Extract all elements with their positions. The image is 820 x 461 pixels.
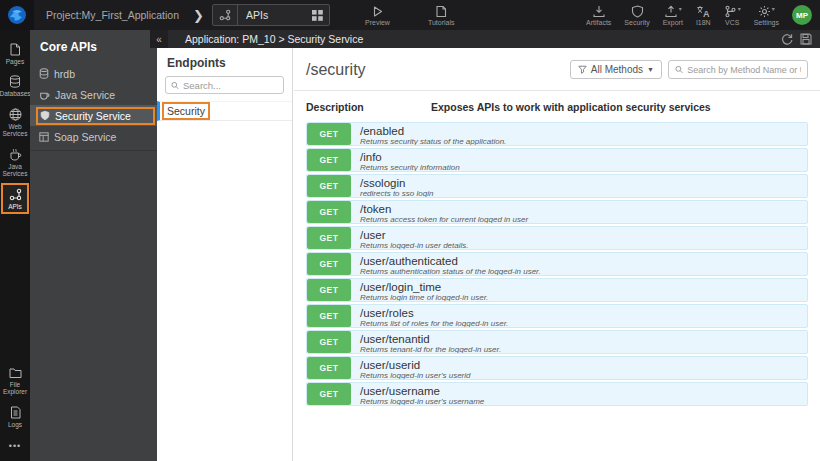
endpoint-description: Returns list of roles for the logged-in … xyxy=(360,319,508,328)
endpoint-path: /ssologin xyxy=(360,177,433,189)
endpoint-text: /ssologin redirects to sso login xyxy=(351,175,433,197)
database-icon xyxy=(9,75,21,88)
rail-item-pages[interactable]: Pages xyxy=(0,38,30,70)
rail-item-apis[interactable]: APIs xyxy=(0,183,30,214)
method-badge[interactable]: GET xyxy=(307,383,351,405)
topbar-actions: Artifacts Security ▾ Export xyxy=(586,0,812,30)
main-content: /security All Methods ▼ Desc xyxy=(294,48,820,461)
endpoint-path: /user/tenantid xyxy=(360,333,501,345)
method-badge[interactable]: GET xyxy=(307,331,351,353)
preview-button[interactable]: Preview xyxy=(365,5,390,26)
apps-grid-icon[interactable] xyxy=(306,10,329,21)
rail-label: Databases xyxy=(0,90,31,97)
bar-actions xyxy=(781,33,820,45)
method-badge[interactable]: GET xyxy=(307,149,351,171)
method-badge[interactable]: GET xyxy=(307,253,351,275)
api-node-icon xyxy=(213,5,238,25)
endpoint-text: /token Returns access token for current … xyxy=(351,201,528,223)
endpoint-row[interactable]: GET /user/username Returns logged-in use… xyxy=(306,382,808,406)
method-badge[interactable]: GET xyxy=(307,123,351,145)
method-badge[interactable]: GET xyxy=(307,279,351,301)
core-api-item-java-service[interactable]: Java Service xyxy=(30,84,157,105)
endpoint-row[interactable]: GET /user/userid Returns logged-in user'… xyxy=(306,356,808,380)
endpoint-row[interactable]: GET /user/roles Returns list of roles fo… xyxy=(306,304,808,328)
save-icon[interactable] xyxy=(800,33,812,45)
endpoint-group-security[interactable]: Security xyxy=(157,101,292,121)
more-options-button[interactable]: ••• xyxy=(9,433,21,461)
artifacts-label: Artifacts xyxy=(586,19,611,26)
endpoint-text: /user/authenticated Returns authenticati… xyxy=(351,253,541,275)
endpoint-row[interactable]: GET /user/authenticated Returns authenti… xyxy=(306,252,808,276)
endpoint-path: /user xyxy=(360,229,469,241)
wavemaker-logo-icon xyxy=(7,5,27,25)
document-icon xyxy=(435,5,447,18)
database-icon xyxy=(39,68,49,79)
method-search-input[interactable] xyxy=(687,65,801,75)
endpoint-row[interactable]: GET /user Returns logged-in user details… xyxy=(306,226,808,250)
page-icon xyxy=(9,43,21,56)
method-badge[interactable]: GET xyxy=(307,227,351,249)
core-api-item-soap-service[interactable]: Soap Service xyxy=(30,126,157,147)
endpoint-row[interactable]: GET /enabled Returns security status of … xyxy=(306,122,808,146)
vcs-button[interactable]: ▾ VCS xyxy=(724,5,741,26)
rail-item-file-explorer[interactable]: File Explorer xyxy=(0,362,30,401)
endpoint-path: /user/userid xyxy=(360,359,470,371)
core-api-item-hrdb[interactable]: hrdb xyxy=(30,63,157,84)
method-badge[interactable]: GET xyxy=(307,201,351,223)
main-header: /security All Methods ▼ xyxy=(294,48,820,79)
endpoint-list: GET /enabled Returns security status of … xyxy=(294,121,820,406)
endpoint-description: Returns logged-in user's userid xyxy=(360,371,470,380)
annotation-box: Security xyxy=(162,102,210,120)
upload-icon xyxy=(664,5,678,18)
rail-item-web-services[interactable]: Web Services xyxy=(0,103,30,143)
method-badge[interactable]: GET xyxy=(307,305,351,327)
endpoint-path: /user/login_time xyxy=(360,281,488,293)
topbar-center: Preview Tutorials xyxy=(365,0,455,30)
api-node-icon xyxy=(9,188,22,201)
endpoint-path: /user/authenticated xyxy=(360,255,541,267)
endpoint-row[interactable]: GET /user/tenantid Returns tenant-id for… xyxy=(306,330,808,354)
application-bar: « Application: PM_10 > Security Service xyxy=(157,30,820,48)
download-icon xyxy=(592,5,606,18)
core-api-label: Soap Service xyxy=(54,131,116,143)
endpoint-text: /user Returns logged-in user details. xyxy=(351,227,469,249)
endpoint-description: Returns authentication status of the log… xyxy=(360,267,541,276)
method-badge[interactable]: GET xyxy=(307,175,351,197)
i18n-button[interactable]: A I18N xyxy=(696,5,711,26)
endpoint-text: /user/username Returns logged-in user's … xyxy=(351,383,484,405)
coffee-icon xyxy=(9,148,22,161)
app-logo[interactable] xyxy=(0,0,34,30)
play-icon xyxy=(371,5,384,18)
core-api-item-security-service[interactable]: Security Service xyxy=(30,105,157,126)
module-selector[interactable]: APIs xyxy=(212,4,330,26)
endpoint-path: /token xyxy=(360,203,528,215)
endpoint-description: Returns tenant-id for the logged-in user… xyxy=(360,345,501,354)
user-avatar[interactable]: MP xyxy=(792,5,812,25)
endpoint-text: /info Returns security information xyxy=(351,149,460,171)
tutorials-button[interactable]: Tutorials xyxy=(428,5,455,26)
left-rail: Pages Databases Web Services Java Servic… xyxy=(0,30,30,461)
collapse-panel-button[interactable]: « xyxy=(150,30,168,48)
endpoint-row[interactable]: GET /token Returns access token for curr… xyxy=(306,200,808,224)
security-button[interactable]: Security xyxy=(624,5,649,26)
rail-item-java-services[interactable]: Java Services xyxy=(0,143,30,183)
methods-filter-dropdown[interactable]: All Methods ▼ xyxy=(570,60,662,79)
filter-icon xyxy=(578,65,587,74)
endpoints-search-input[interactable] xyxy=(183,80,278,91)
export-label: Export xyxy=(663,19,683,26)
core-apis-panel: Core APIs hrdb Java Service Secu xyxy=(30,30,157,461)
rail-item-logs[interactable]: Logs xyxy=(0,401,30,433)
endpoint-row[interactable]: GET /info Returns security information xyxy=(306,148,808,172)
refresh-icon[interactable] xyxy=(781,33,793,45)
settings-button[interactable]: ▾ Settings xyxy=(754,5,779,26)
coffee-icon xyxy=(39,89,50,100)
artifacts-button[interactable]: Artifacts xyxy=(586,5,611,26)
rail-item-databases[interactable]: Databases xyxy=(0,70,30,102)
method-badge[interactable]: GET xyxy=(307,357,351,379)
endpoints-search[interactable] xyxy=(165,76,284,94)
export-button[interactable]: ▾ Export xyxy=(663,5,683,26)
endpoint-row[interactable]: GET /user/login_time Returns login time … xyxy=(306,278,808,302)
endpoint-row[interactable]: GET /ssologin redirects to sso login xyxy=(306,174,808,198)
project-name[interactable]: Project:My_First_Application xyxy=(46,9,179,21)
method-search[interactable] xyxy=(668,60,808,79)
